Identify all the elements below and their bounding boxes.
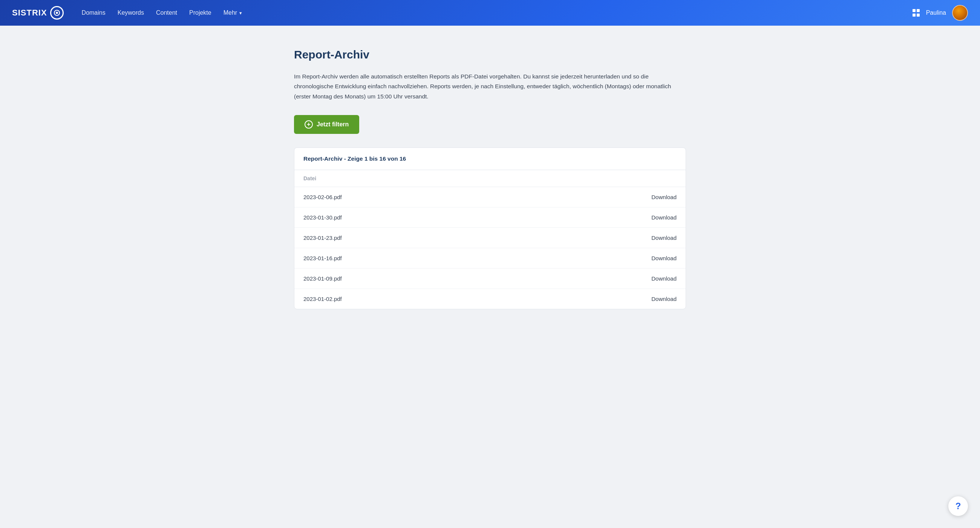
filter-button-label: Jetzt filtern	[317, 121, 348, 128]
nav-item-mehr[interactable]: Mehr ▾	[224, 10, 242, 16]
table-header: Report-Archiv - Zeige 1 bis 16 von 16	[294, 148, 686, 170]
table-title: Report-Archiv - Zeige 1 bis 16 von 16	[304, 155, 406, 162]
download-link[interactable]: Download	[651, 255, 676, 262]
table-row: 2023-01-09.pdfDownload	[294, 268, 686, 289]
file-name: 2023-02-06.pdf	[304, 194, 342, 200]
nav-links: Domains Keywords Content Projekte Mehr ▾	[82, 10, 242, 16]
file-name: 2023-01-30.pdf	[304, 214, 342, 221]
filter-button[interactable]: + Jetzt filtern	[294, 115, 359, 134]
table-card: Report-Archiv - Zeige 1 bis 16 von 16 Da…	[294, 147, 686, 309]
file-name: 2023-01-16.pdf	[304, 255, 342, 262]
nav-item-keywords[interactable]: Keywords	[118, 10, 144, 16]
download-link[interactable]: Download	[651, 296, 676, 302]
table-row: 2023-01-30.pdfDownload	[294, 207, 686, 228]
mehr-chevron-icon: ▾	[239, 10, 242, 16]
page-title: Report-Archiv	[294, 48, 686, 61]
table-rows: 2023-02-06.pdfDownload2023-01-30.pdfDown…	[294, 187, 686, 309]
description-text: Im Report-Archiv werden alle automatisch…	[294, 72, 686, 102]
main-content: Report-Archiv Im Report-Archiv werden al…	[279, 26, 701, 332]
table-row: 2023-01-02.pdfDownload	[294, 289, 686, 309]
avatar-image	[953, 6, 967, 20]
logo-icon	[50, 6, 64, 20]
navbar-left: SISTRIX Domains Keywords Content Projekt…	[12, 6, 242, 20]
table-row: 2023-01-23.pdfDownload	[294, 228, 686, 248]
file-name: 2023-01-02.pdf	[304, 296, 342, 302]
nav-item-projekte[interactable]: Projekte	[189, 10, 212, 16]
table-row: 2023-02-06.pdfDownload	[294, 187, 686, 207]
download-link[interactable]: Download	[651, 275, 676, 282]
table-column-header: Datei	[294, 170, 686, 187]
nav-item-content[interactable]: Content	[156, 10, 177, 16]
download-link[interactable]: Download	[651, 234, 676, 241]
filter-plus-icon: +	[305, 120, 313, 129]
help-button[interactable]: ?	[948, 496, 968, 516]
avatar[interactable]	[952, 5, 968, 21]
help-icon: ?	[956, 501, 961, 511]
grid-apps-icon[interactable]	[913, 9, 920, 17]
file-name: 2023-01-23.pdf	[304, 234, 342, 241]
svg-point-1	[56, 12, 58, 14]
download-link[interactable]: Download	[651, 214, 676, 221]
file-name: 2023-01-09.pdf	[304, 275, 342, 282]
user-name[interactable]: Paulina	[926, 10, 946, 16]
table-row: 2023-01-16.pdfDownload	[294, 248, 686, 268]
logo-text: SISTRIX	[12, 8, 47, 18]
download-link[interactable]: Download	[651, 194, 676, 200]
navbar: SISTRIX Domains Keywords Content Projekt…	[0, 0, 980, 26]
nav-item-domains[interactable]: Domains	[82, 10, 105, 16]
logo[interactable]: SISTRIX	[12, 6, 64, 20]
navbar-right: Paulina	[913, 5, 968, 21]
